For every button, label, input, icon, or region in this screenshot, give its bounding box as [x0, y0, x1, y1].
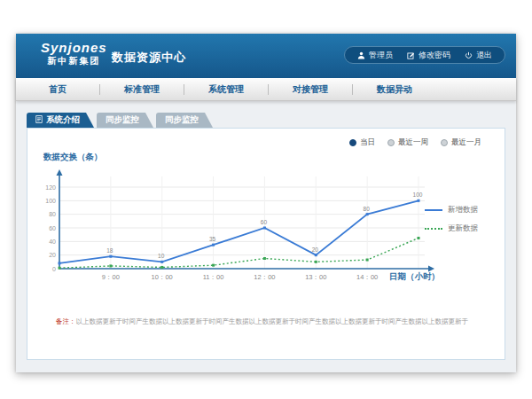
tab-sync-monitor-1[interactable]: 同步监控: [97, 113, 153, 128]
svg-text:60: 60: [49, 225, 56, 231]
change-password-button[interactable]: 修改密码: [407, 50, 450, 61]
svg-text:0: 0: [52, 266, 56, 272]
edit-pencil-icon: [407, 51, 415, 59]
time-range-filter: 当日 最近一周 最近一月: [349, 137, 481, 148]
filter-option-label: 最近一周: [398, 137, 428, 148]
radio-unselected-icon: [441, 139, 448, 146]
logo-company-name: 新中新集团: [41, 55, 107, 66]
x-axis-title: 日期（小时）: [389, 271, 440, 283]
radio-selected-icon: [349, 139, 356, 146]
y-axis-title: 数据交换（条）: [43, 152, 103, 163]
nav-item-home[interactable]: 首页: [16, 83, 99, 96]
svg-text:14：00: 14：00: [356, 273, 378, 281]
legend-item-update-data: 更新数据: [425, 223, 492, 234]
legend-item-new-data: 新增数据: [425, 205, 492, 215]
chart-panel: 当日 最近一周 最近一月 数据交换（条） 0204060801001209：00…: [27, 128, 505, 360]
svg-text:10: 10: [158, 253, 165, 259]
main-nav: 首页 标准管理 系统管理 对接管理 数据异动: [16, 78, 516, 101]
nav-item-data-change[interactable]: 数据异动: [353, 83, 436, 96]
svg-text:100: 100: [45, 198, 56, 204]
header-bar: Synjones 新中新集团 数据资源中心 管理员 修改密码 退出: [16, 34, 516, 78]
svg-text:9：00: 9：00: [102, 273, 120, 281]
legend-label: 新增数据: [448, 205, 478, 215]
svg-text:10：00: 10：00: [152, 273, 173, 281]
tab-sync-monitor-2[interactable]: 同步监控: [156, 113, 213, 128]
page-title: 数据资源中心: [112, 50, 186, 66]
change-password-label: 修改密码: [419, 50, 450, 61]
chart-legend: 新增数据 更新数据: [425, 205, 492, 242]
company-logo[interactable]: Synjones 新中新集团: [41, 40, 107, 66]
green-dotted-swatch-icon: [425, 228, 442, 230]
filter-option-last-week[interactable]: 最近一周: [387, 137, 428, 148]
svg-text:13：00: 13：00: [305, 273, 326, 281]
document-icon: [35, 115, 43, 125]
svg-text:20: 20: [312, 246, 319, 253]
filter-option-today[interactable]: 当日: [349, 137, 375, 148]
tab-label: 同步监控: [165, 114, 199, 126]
tab-label: 同步监控: [106, 114, 139, 126]
blue-line-swatch-icon: [425, 209, 442, 211]
line-chart: 0204060801001209：0010：0011：0012：0013：001…: [40, 169, 441, 290]
svg-text:20: 20: [49, 252, 56, 258]
svg-text:100: 100: [413, 192, 423, 198]
filter-option-label: 当日: [360, 137, 375, 148]
radio-unselected-icon: [387, 139, 395, 146]
svg-text:12：00: 12：00: [254, 273, 275, 281]
logo-brand-text: Synjones: [41, 40, 107, 55]
person-icon: [357, 51, 365, 59]
tab-label: 系统介绍: [46, 114, 80, 126]
footnote: 备注：以上数据更新于时间产生数据以上数据更新于时间产生数据以上数据更新于时间产生…: [56, 317, 489, 326]
legend-label: 更新数据: [448, 223, 478, 234]
current-user-label: 管理员: [369, 50, 393, 61]
nav-item-standard-mgmt[interactable]: 标准管理: [100, 83, 184, 96]
filter-option-label: 最近一月: [451, 137, 481, 148]
logout-button[interactable]: 退出: [465, 50, 492, 61]
current-user-button[interactable]: 管理员: [357, 50, 393, 61]
nav-item-system-mgmt[interactable]: 系统管理: [184, 83, 268, 96]
svg-text:120: 120: [45, 184, 56, 191]
svg-text:80: 80: [364, 206, 371, 212]
tab-system-intro[interactable]: 系统介绍: [27, 113, 94, 128]
svg-text:18: 18: [106, 247, 113, 254]
logout-label: 退出: [476, 50, 492, 61]
power-icon: [465, 51, 473, 59]
svg-text:60: 60: [261, 219, 268, 225]
svg-text:40: 40: [49, 239, 56, 245]
svg-text:80: 80: [49, 211, 56, 217]
svg-text:35: 35: [209, 236, 216, 242]
filter-option-last-month[interactable]: 最近一月: [441, 137, 481, 148]
user-toolbar: 管理员 修改密码 退出: [344, 46, 505, 64]
svg-text:11：00: 11：00: [203, 273, 224, 281]
tab-bar: 系统介绍 同步监控 同步监控: [27, 113, 215, 128]
footnote-text: 以上数据更新于时间产生数据以上数据更新于时间产生数据以上数据更新于时间产生数据以…: [76, 317, 469, 325]
footnote-prefix: 备注：: [56, 317, 76, 325]
nav-item-interface-mgmt[interactable]: 对接管理: [269, 83, 352, 96]
app-window: Synjones 新中新集团 数据资源中心 管理员 修改密码 退出: [16, 34, 516, 372]
